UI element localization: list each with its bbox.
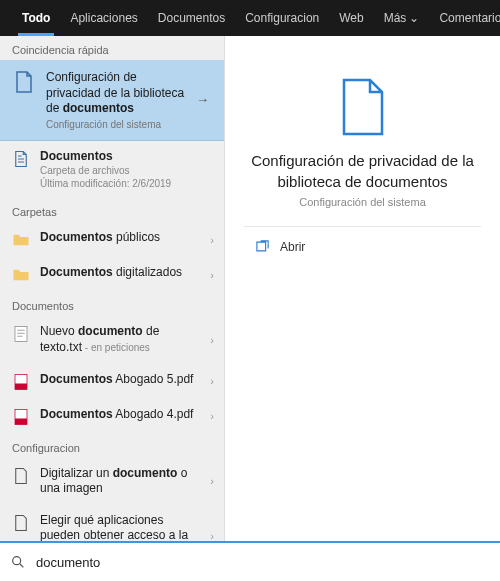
svg-point-6 bbox=[13, 557, 21, 565]
settings-page-icon bbox=[12, 467, 30, 485]
document-title: Nuevo documento de texto.txt - en petici… bbox=[40, 324, 200, 355]
chevron-right-icon: › bbox=[210, 475, 214, 487]
settings-result[interactable]: Elegir qué aplicaciones pueden obtener a… bbox=[0, 505, 224, 541]
divider bbox=[244, 226, 481, 227]
folder-result[interactable]: Documentos digitalizados › bbox=[0, 257, 224, 292]
document-title: Documentos Abogado 5.pdf bbox=[40, 372, 200, 388]
preview-title: Configuración de privacidad de la biblio… bbox=[225, 150, 500, 192]
tab-web[interactable]: Web bbox=[329, 0, 373, 36]
chevron-down-icon: ⌄ bbox=[409, 11, 419, 25]
tab-documentos[interactable]: Documentos bbox=[148, 0, 235, 36]
preview-panel: Configuración de privacidad de la biblio… bbox=[225, 36, 500, 541]
tab-mas[interactable]: Más ⌄ bbox=[374, 0, 430, 36]
best-match-result[interactable]: Configuración de privacidad de la biblio… bbox=[0, 60, 224, 141]
svg-rect-0 bbox=[15, 327, 27, 342]
preview-subtitle: Configuración del sistema bbox=[299, 196, 426, 208]
search-bar[interactable] bbox=[0, 541, 500, 581]
chevron-right-icon: › bbox=[210, 410, 214, 422]
result-modified: Última modificación: 2/6/2019 bbox=[40, 177, 214, 190]
chevron-right-icon: › bbox=[210, 530, 214, 541]
top-bar: Todo Aplicaciones Documentos Configuraci… bbox=[0, 0, 500, 36]
svg-rect-2 bbox=[15, 383, 27, 389]
tab-aplicaciones[interactable]: Aplicaciones bbox=[60, 0, 147, 36]
result-documents-folder[interactable]: Documentos Carpeta de archivos Última mo… bbox=[0, 141, 224, 199]
chevron-right-icon: › bbox=[210, 269, 214, 281]
document-icon bbox=[12, 150, 30, 168]
chevron-right-icon: › bbox=[210, 234, 214, 246]
result-subtitle: Carpeta de archivos bbox=[40, 164, 214, 177]
settings-page-icon bbox=[12, 514, 30, 532]
section-quick-match: Coincidencia rápida bbox=[0, 36, 224, 60]
open-icon bbox=[255, 239, 270, 254]
svg-rect-4 bbox=[15, 418, 27, 424]
document-result[interactable]: Documentos Abogado 5.pdf › bbox=[0, 364, 224, 399]
pdf-file-icon bbox=[12, 408, 30, 426]
best-match-subtitle: Configuración del sistema bbox=[46, 119, 186, 130]
section-folders: Carpetas bbox=[0, 198, 224, 222]
result-title: Documentos bbox=[40, 149, 214, 165]
folder-icon bbox=[12, 266, 30, 284]
chevron-right-icon: › bbox=[210, 334, 214, 346]
folder-title: Documentos digitalizados bbox=[40, 265, 200, 281]
document-result[interactable]: Documentos Abogado 4.pdf › bbox=[0, 399, 224, 434]
document-result[interactable]: Nuevo documento de texto.txt - en petici… bbox=[0, 316, 224, 363]
tab-configuracion[interactable]: Configuracion bbox=[235, 0, 329, 36]
open-action[interactable]: Abrir bbox=[255, 239, 305, 254]
txt-file-icon bbox=[12, 325, 30, 343]
filter-tabs: Todo Aplicaciones Documentos Configuraci… bbox=[12, 0, 429, 36]
feedback-link[interactable]: Comentarios bbox=[429, 11, 500, 25]
best-match-title: Configuración de privacidad de la biblio… bbox=[46, 70, 186, 117]
results-panel: Coincidencia rápida Configuración de pri… bbox=[0, 36, 225, 541]
settings-result[interactable]: Digitalizar un documento o una imagen › bbox=[0, 458, 224, 505]
folder-icon bbox=[12, 231, 30, 249]
document-title: Documentos Abogado 4.pdf bbox=[40, 407, 200, 423]
settings-document-icon bbox=[12, 70, 36, 94]
folder-result[interactable]: Documentos públicos › bbox=[0, 222, 224, 257]
settings-title: Digitalizar un documento o una imagen bbox=[40, 466, 200, 497]
tab-mas-label: Más bbox=[384, 11, 407, 25]
document-large-icon bbox=[340, 78, 386, 136]
arrow-right-icon[interactable]: → bbox=[196, 92, 214, 107]
search-icon bbox=[10, 554, 26, 570]
section-configuracion: Configuracion bbox=[0, 434, 224, 458]
chevron-right-icon: › bbox=[210, 375, 214, 387]
open-label: Abrir bbox=[280, 240, 305, 254]
tab-todo[interactable]: Todo bbox=[12, 0, 60, 36]
section-documents: Documentos bbox=[0, 292, 224, 316]
search-input[interactable] bbox=[36, 555, 490, 570]
settings-title: Elegir qué aplicaciones pueden obtener a… bbox=[40, 513, 200, 541]
folder-title: Documentos públicos bbox=[40, 230, 200, 246]
pdf-file-icon bbox=[12, 373, 30, 391]
